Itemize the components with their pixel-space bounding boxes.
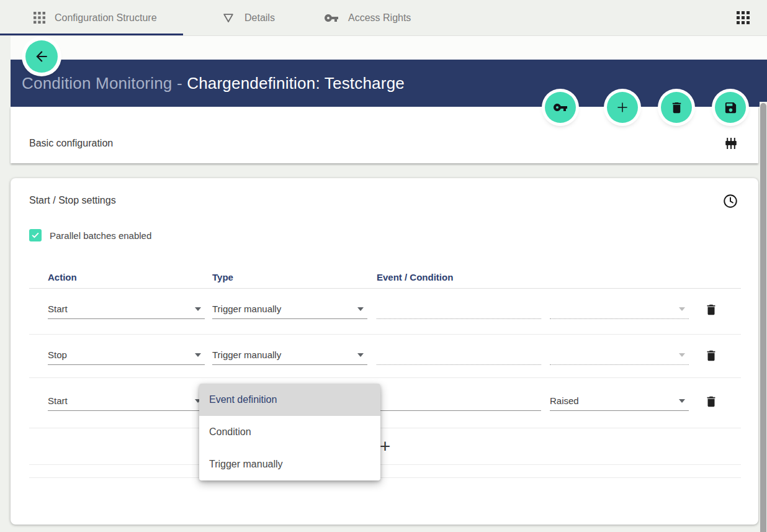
- event-condition-input[interactable]: [377, 300, 541, 319]
- table-row: Stop Trigger manually: [29, 335, 741, 378]
- checkbox-label: Parallel batches enabled: [50, 230, 151, 241]
- trash-icon: [670, 101, 684, 115]
- add-button[interactable]: [607, 92, 638, 123]
- plus-icon: [614, 99, 630, 115]
- action-select[interactable]: Start: [48, 392, 205, 411]
- tab-label: Access Rights: [348, 12, 411, 24]
- back-button[interactable]: [25, 40, 58, 73]
- start-stop-settings-section: Start / Stop settings Parallel batches e…: [11, 178, 758, 525]
- chevron-down-icon: [357, 353, 364, 357]
- scrollbar-thumb[interactable]: [760, 103, 766, 532]
- clock-icon[interactable]: [722, 193, 738, 209]
- column-header-action: Action: [48, 272, 77, 282]
- select-value: Trigger manually: [212, 304, 281, 314]
- basic-configuration-section: Basic configuration: [11, 107, 758, 163]
- chevron-down-icon: [679, 399, 685, 403]
- tab-configuration-structure[interactable]: Configuration Structure: [34, 0, 157, 35]
- page-title: Condition Monitoring - Chargendefinition…: [22, 74, 405, 93]
- funnel-icon: [222, 11, 235, 25]
- header-spacer-band: [11, 36, 767, 60]
- row-delete-button[interactable]: [704, 302, 719, 318]
- top-tab-bar: Configuration Structure Details Access R…: [0, 0, 767, 36]
- chevron-down-icon: [357, 307, 364, 311]
- column-header-event-condition: Event / Condition: [377, 272, 453, 282]
- select-value: Raised: [550, 395, 579, 406]
- page-header: Condition Monitoring - Chargendefinition…: [11, 60, 767, 107]
- type-dropdown-menu: Event definition Condition Trigger manua…: [199, 384, 380, 480]
- section-title: Start / Stop settings: [29, 195, 116, 206]
- action-select[interactable]: Stop: [48, 346, 205, 365]
- dropdown-option-condition[interactable]: Condition: [199, 416, 380, 448]
- select-value: Start: [48, 395, 68, 406]
- chevron-down-icon: [195, 307, 201, 311]
- divider: [29, 465, 741, 478]
- key-icon: [324, 11, 339, 25]
- chevron-down-icon: [195, 353, 201, 357]
- add-row-area: +: [29, 428, 741, 465]
- arrow-left-icon: [34, 48, 50, 65]
- add-row-button[interactable]: +: [380, 437, 391, 456]
- select-value: Trigger manually: [212, 349, 281, 360]
- state-select[interactable]: [550, 346, 689, 365]
- type-select[interactable]: Trigger manually: [212, 300, 367, 319]
- key-icon: [553, 100, 568, 115]
- column-header-type: Type: [212, 272, 233, 282]
- select-value: Start: [48, 304, 68, 314]
- table-header-row: Action Type Event / Condition: [29, 272, 741, 289]
- dropdown-option-trigger-manually[interactable]: Trigger manually: [199, 448, 380, 480]
- tab-label: Configuration Structure: [55, 12, 157, 24]
- tab-access-rights[interactable]: Access Rights: [324, 0, 411, 35]
- chevron-down-icon: [679, 307, 685, 311]
- save-icon: [724, 101, 738, 115]
- state-select[interactable]: [550, 300, 689, 319]
- apps-grid-icon[interactable]: [737, 11, 750, 24]
- grid-icon: [34, 12, 45, 24]
- scrollbar: [760, 102, 767, 532]
- table-row: Start Raised: [29, 378, 741, 428]
- parallel-batches-checkbox-row[interactable]: Parallel batches enabled: [29, 229, 151, 241]
- table-row: Start Trigger manually: [29, 289, 741, 335]
- save-button[interactable]: [715, 92, 746, 123]
- row-delete-button[interactable]: [704, 394, 719, 410]
- state-select[interactable]: Raised: [550, 392, 689, 411]
- dropdown-option-event-definition[interactable]: Event definition: [199, 384, 380, 416]
- checkbox-checked[interactable]: [29, 229, 42, 241]
- action-select[interactable]: Start: [48, 300, 205, 319]
- delete-button[interactable]: [661, 92, 692, 123]
- tab-details[interactable]: Details: [222, 0, 275, 35]
- type-select[interactable]: Trigger manually: [212, 346, 367, 365]
- tab-label: Details: [244, 12, 275, 24]
- page-title-object: Chargendefinition: Testcharge: [187, 74, 405, 92]
- row-delete-button[interactable]: [704, 348, 719, 364]
- event-condition-input[interactable]: [377, 392, 541, 411]
- select-value: Stop: [48, 349, 67, 360]
- access-rights-button[interactable]: [545, 92, 576, 123]
- start-stop-table: Action Type Event / Condition Start Trig…: [29, 272, 741, 478]
- active-tab-indicator: [0, 34, 183, 35]
- event-condition-input[interactable]: [377, 346, 541, 365]
- section-title: Basic configuration: [29, 138, 113, 149]
- tune-sliders-icon[interactable]: [724, 136, 738, 151]
- page-title-context: Condition Monitoring -: [22, 74, 187, 92]
- chevron-down-icon: [679, 353, 685, 357]
